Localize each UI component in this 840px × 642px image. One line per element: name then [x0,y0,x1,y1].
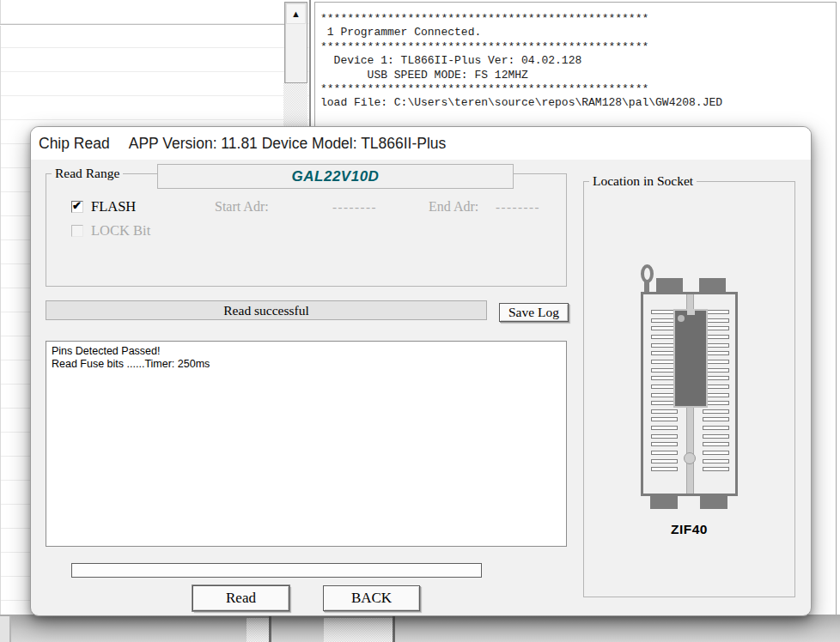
dialog-body: GAL22V10D Read Range ✔ FLASH LOCK Bit St… [31,160,811,617]
lock-bit-checkbox-row: LOCK Bit [71,222,150,239]
log-output: ****************************************… [320,12,722,111]
socket-top-tab [699,278,726,293]
dialog-subtitle: APP Version: 11.81 Device Model: TL866II… [129,135,447,153]
status-text: Read successful [223,303,308,318]
pin-slot [703,467,729,471]
socket-bottom-tab [700,496,727,509]
save-log-button[interactable]: Save Log [499,303,569,322]
socket-top-tab [656,278,683,293]
dialog-titlebar: Chip Read APP Version: 11.81 Device Mode… [31,127,811,160]
bottom-scroll-track-b [324,618,393,642]
start-adr-value: -------- [332,200,377,215]
bottom-divider-b [269,616,271,642]
list-header-divider [0,24,284,26]
pin-slot [651,459,678,463]
socket-group: Location in Socket ZIF40 [583,181,795,597]
lock-bit-label: LOCK Bit [91,222,150,239]
flash-checkbox-row[interactable]: ✔ FLASH [71,198,136,215]
end-adr-label: End Adr: [429,199,478,215]
scroll-up-button[interactable]: ▲ [286,3,306,24]
chip-name-banner: GAL22V10D [157,164,514,189]
result-log[interactable]: Pins Detected Passed! Read Fuse bits ...… [46,341,567,547]
chip-notch [687,309,695,315]
pin-slot [703,434,729,439]
bottom-divider-c [393,616,395,642]
bottom-left-sliver [0,616,9,642]
read-range-group: Read Range ✔ FLASH LOCK Bit Start Adr: -… [46,173,567,287]
flash-label: FLASH [91,198,136,215]
pin-slot [703,459,729,463]
pin-slot [651,409,678,414]
dialog-title: Chip Read [39,135,110,153]
socket-bottom-tab [650,496,678,509]
check-icon: ✔ [72,199,82,213]
chip-read-dialog: Chip Read APP Version: 11.81 Device Mode… [30,126,812,616]
flash-checkbox[interactable]: ✔ [71,201,83,213]
pin-slot [703,451,729,455]
progress-bar [71,563,482,578]
bottom-background-strip [0,615,840,642]
socket-lever-stem [644,281,649,293]
channel-screw-icon [684,452,696,464]
status-bar: Read successful [46,300,487,320]
socket-group-label: Location in Socket [589,173,697,189]
pin-slot [703,442,729,446]
pin-slot [651,442,678,446]
pin-slot [703,417,729,421]
pin-slot [651,434,678,439]
socket-name-label: ZIF40 [641,522,738,537]
pin-slot [651,417,678,421]
inserted-chip [673,309,708,408]
bottom-divider-a [9,616,11,642]
pin-slot [651,467,678,471]
list-scrollbar[interactable]: ▲ [284,2,307,83]
pin-slot [703,409,729,414]
bottom-scroll-track-a [247,618,269,642]
read-range-label: Read Range [52,166,123,181]
lock-bit-checkbox [71,225,83,237]
up-arrow-icon: ▲ [291,9,301,19]
pin-slot [703,426,729,430]
back-button[interactable]: BACK [323,585,420,611]
read-button[interactable]: Read [192,585,289,611]
pin-slot [651,451,678,455]
chip-pin1-dot [678,315,685,322]
scrollbar-track[interactable] [283,83,307,126]
start-adr-label: Start Adr: [215,199,269,215]
end-adr-value: -------- [496,200,540,215]
zif-socket-body [641,292,738,496]
pin-slot [651,426,678,430]
